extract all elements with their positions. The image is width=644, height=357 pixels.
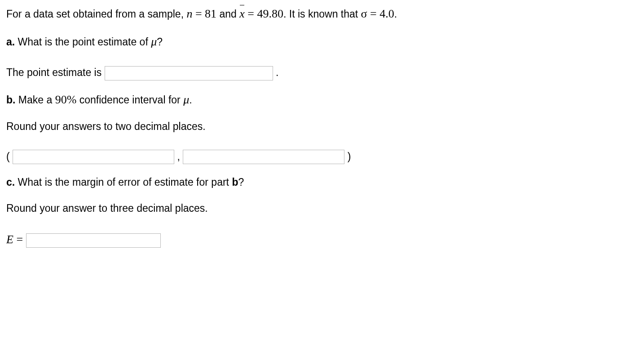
mu-var: μ <box>183 93 189 106</box>
part-b-answer-line: ( , ) <box>6 149 638 165</box>
comma: , <box>177 151 180 162</box>
sigma-value: 4.0 <box>379 7 394 20</box>
qmark: ? <box>157 36 163 48</box>
period: . <box>394 8 397 20</box>
mu-var: μ <box>151 35 157 48</box>
part-a-question: a. What is the point estimate of μ? <box>6 33 638 50</box>
part-a-text: What is the point estimate of <box>15 36 151 48</box>
xbar-value: 49.80 <box>257 7 283 20</box>
problem-statement: For a data set obtained from a sample, n… <box>6 5 638 22</box>
intro-text: For a data set obtained from a sample, <box>6 8 186 20</box>
equals: = <box>192 7 205 20</box>
equals: = <box>367 7 380 20</box>
n-var: n <box>186 7 192 20</box>
point-estimate-lead: The point estimate is <box>6 67 105 78</box>
and-text: and <box>216 8 239 20</box>
equals: = <box>13 233 26 246</box>
period: . <box>189 94 192 106</box>
qmark: ? <box>238 176 244 188</box>
ci-lower-input[interactable] <box>13 150 174 164</box>
point-estimate-input[interactable] <box>105 66 273 80</box>
part-a-label: a. <box>6 36 15 48</box>
part-c-round-note: Round your answer to three decimal place… <box>6 201 638 216</box>
part-b-reference: b <box>232 176 238 188</box>
close-paren: ) <box>348 151 351 162</box>
part-b-label: b. <box>6 94 15 106</box>
n-value: 81 <box>205 7 216 20</box>
part-b-text1: Make a <box>15 94 55 106</box>
equals: = <box>245 7 257 20</box>
trailing-period: . <box>276 67 278 78</box>
sigma-var: σ <box>361 7 367 20</box>
part-b-round-note: Round your answers to two decimal places… <box>6 119 638 134</box>
margin-error-input[interactable] <box>26 233 161 248</box>
part-b-text2: confidence interval for <box>76 94 183 106</box>
known-text: . It is known that <box>283 8 361 20</box>
ninety-percent: 90% <box>55 93 77 106</box>
part-c-question: c. What is the margin of error of estima… <box>6 175 638 190</box>
part-b-question: b. Make a 90% confidence interval for μ. <box>6 91 638 108</box>
part-a-answer-line: The point estimate is . <box>6 65 638 80</box>
open-paren: ( <box>6 151 10 162</box>
E-var: E <box>6 233 13 246</box>
ci-upper-input[interactable] <box>183 150 344 164</box>
part-c-text: What is the margin of error of estimate … <box>15 176 232 188</box>
xbar-var: x <box>239 5 245 22</box>
part-c-answer-line: E = <box>6 231 638 248</box>
part-c-label: c. <box>6 176 15 188</box>
